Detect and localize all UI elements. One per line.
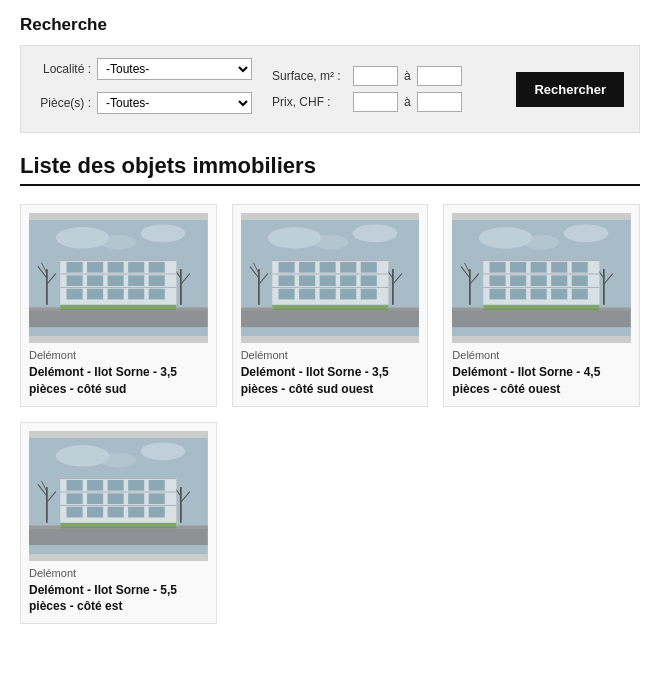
svg-rect-82 — [484, 287, 600, 288]
svg-rect-64 — [360, 289, 376, 300]
svg-rect-61 — [299, 289, 315, 300]
prix-min-input[interactable] — [353, 92, 398, 112]
object-location: Delémont — [452, 349, 631, 361]
surface-max-input[interactable] — [417, 66, 462, 86]
svg-rect-22 — [67, 275, 83, 286]
svg-rect-83 — [490, 262, 506, 273]
object-location: Delémont — [29, 349, 208, 361]
search-button-area: Rechercher — [506, 72, 624, 107]
object-title: Delémont - Ilot Sorne - 5,5 pièces - côt… — [29, 582, 208, 616]
svg-rect-23 — [87, 275, 103, 286]
svg-rect-18 — [87, 262, 103, 273]
svg-rect-15 — [60, 274, 176, 275]
svg-rect-51 — [299, 262, 315, 273]
svg-point-2 — [141, 224, 186, 242]
object-image — [452, 213, 631, 343]
svg-rect-123 — [108, 493, 124, 504]
svg-point-102 — [100, 453, 136, 467]
svg-rect-58 — [340, 275, 356, 286]
svg-rect-116 — [67, 480, 83, 491]
svg-point-34 — [267, 227, 321, 248]
object-image — [241, 213, 420, 343]
prix-max-input[interactable] — [417, 92, 462, 112]
svg-point-101 — [141, 442, 186, 460]
svg-point-100 — [56, 445, 110, 466]
search-fields-right: Surface, m² : à Prix, CHF : à — [272, 66, 486, 112]
svg-rect-95 — [531, 289, 547, 300]
svg-rect-16 — [60, 287, 176, 288]
pieces-row: Pièce(s) : -Toutes- 1 2 3 3.5 4 4.5 5 5.… — [36, 92, 252, 114]
svg-rect-60 — [278, 289, 294, 300]
object-card[interactable]: Delémont Delémont - Ilot Sorne - 5,5 piè… — [20, 422, 217, 625]
svg-rect-54 — [360, 262, 376, 273]
search-fields-left: Localité : -Toutes- Delémont Porrentruy … — [36, 58, 252, 120]
svg-rect-93 — [490, 289, 506, 300]
localite-row: Localité : -Toutes- Delémont Porrentruy … — [36, 58, 252, 80]
svg-rect-85 — [531, 262, 547, 273]
svg-rect-62 — [319, 289, 335, 300]
svg-rect-126 — [67, 506, 83, 517]
svg-rect-128 — [108, 506, 124, 517]
surface-a-label: à — [404, 69, 411, 83]
svg-point-67 — [479, 227, 533, 248]
svg-rect-88 — [490, 275, 506, 286]
svg-rect-17 — [67, 262, 83, 273]
svg-rect-19 — [108, 262, 124, 273]
svg-rect-59 — [360, 275, 376, 286]
svg-rect-50 — [278, 262, 294, 273]
prix-a-label: à — [404, 95, 411, 109]
rechercher-button[interactable]: Rechercher — [516, 72, 624, 107]
svg-rect-49 — [272, 287, 388, 288]
svg-point-35 — [352, 224, 397, 242]
svg-rect-87 — [572, 262, 588, 273]
objects-grid: Delémont Delémont - Ilot Sorne - 3,5 piè… — [20, 204, 640, 624]
svg-rect-24 — [108, 275, 124, 286]
object-card[interactable]: Delémont Delémont - Ilot Sorne - 4,5 piè… — [443, 204, 640, 407]
object-card[interactable]: Delémont Delémont - Ilot Sorne - 3,5 piè… — [20, 204, 217, 407]
pieces-select[interactable]: -Toutes- 1 2 3 3.5 4 4.5 5 5.5 — [97, 92, 252, 114]
svg-rect-110 — [29, 527, 208, 545]
svg-rect-94 — [510, 289, 526, 300]
svg-point-1 — [56, 227, 110, 248]
object-image — [29, 213, 208, 343]
svg-rect-56 — [299, 275, 315, 286]
surface-label: Surface, m² : — [272, 69, 347, 83]
object-title: Delémont - Ilot Sorne - 3,5 pièces - côt… — [241, 364, 420, 398]
svg-rect-14 — [60, 260, 176, 261]
svg-rect-91 — [551, 275, 567, 286]
svg-rect-122 — [87, 493, 103, 504]
prix-row: Prix, CHF : à — [272, 92, 486, 112]
svg-rect-119 — [128, 480, 144, 491]
svg-rect-48 — [272, 274, 388, 275]
svg-rect-96 — [551, 289, 567, 300]
object-location: Delémont — [29, 567, 208, 579]
svg-rect-84 — [510, 262, 526, 273]
surface-min-input[interactable] — [353, 66, 398, 86]
svg-rect-120 — [149, 480, 165, 491]
svg-rect-125 — [149, 493, 165, 504]
svg-rect-21 — [149, 262, 165, 273]
svg-rect-117 — [87, 480, 103, 491]
svg-rect-118 — [108, 480, 124, 491]
search-panel: Localité : -Toutes- Delémont Porrentruy … — [20, 45, 640, 133]
svg-point-69 — [524, 235, 560, 249]
svg-rect-55 — [278, 275, 294, 286]
svg-rect-113 — [60, 478, 176, 479]
svg-rect-28 — [87, 289, 103, 300]
object-location: Delémont — [241, 349, 420, 361]
svg-rect-47 — [272, 260, 388, 261]
surface-row: Surface, m² : à — [272, 66, 486, 86]
object-card[interactable]: Delémont Delémont - Ilot Sorne - 3,5 piè… — [232, 204, 429, 407]
svg-point-3 — [100, 235, 136, 249]
localite-select[interactable]: -Toutes- Delémont Porrentruy Moutier — [97, 58, 252, 80]
svg-rect-77 — [452, 309, 631, 327]
svg-rect-32 — [60, 305, 176, 310]
svg-rect-11 — [29, 309, 208, 327]
svg-rect-29 — [108, 289, 124, 300]
svg-rect-53 — [340, 262, 356, 273]
svg-rect-124 — [128, 493, 144, 504]
svg-rect-97 — [572, 289, 588, 300]
svg-rect-80 — [484, 260, 600, 261]
svg-rect-127 — [87, 506, 103, 517]
svg-rect-130 — [149, 506, 165, 517]
